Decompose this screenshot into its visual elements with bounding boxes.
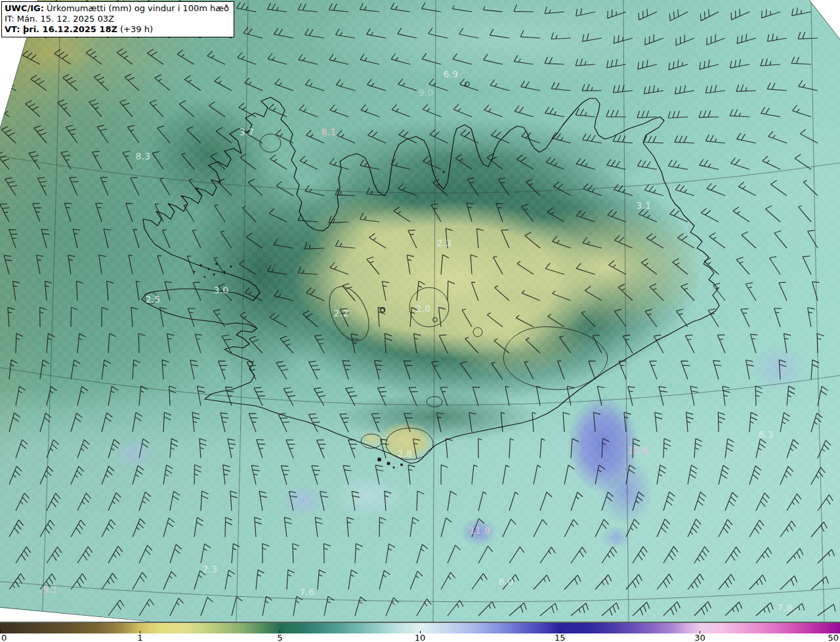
precip-max-label: 7.6 (299, 587, 314, 597)
precip-max-label: 3.1 (636, 200, 651, 211)
colorbar-tick-label: 50 (828, 633, 839, 642)
colorbar-tick-labels: 01510153050 (0, 633, 840, 642)
precip-max-label: 8.0 (498, 576, 513, 587)
colorbar-tick-label: 0 (1, 633, 7, 642)
colorbar-tick-label: 10 (415, 633, 426, 642)
colorbar-tick-label: 5 (277, 633, 282, 642)
precip-max-label: 11.8 (469, 525, 490, 536)
title-box: UWC/IG: Úrkomumætti (mm) og vindur i 100… (1, 1, 234, 37)
weather-map-stage: 6.99.03.78.18.33.12.33.02.52.02.22.813.6… (0, 0, 840, 642)
precip-max-label: 2.0 (415, 303, 430, 314)
precip-max-label: 8.3 (135, 151, 150, 161)
colorbar-tick-label: 30 (694, 633, 705, 642)
colorbar-gradient (0, 622, 840, 633)
precip-max-label: 7.8 (777, 603, 792, 613)
precip-max-label: 9.1 (43, 584, 58, 595)
precip-max-label: 8.1 (321, 127, 336, 137)
precip-max-label: 13.6 (627, 445, 648, 456)
precip-colorbar: 01510153050 (0, 622, 840, 642)
colorbar-tick-label: 15 (555, 633, 566, 642)
islands (194, 171, 445, 468)
iceland-coastline (142, 97, 719, 463)
valid-time-line: VT: þri. 16.12.2025 18Z (+39 h) (5, 24, 229, 35)
precip-max-label: 7.3 (202, 564, 217, 574)
title-line: UWC/IG: Úrkomumætti (mm) og vindur i 100… (5, 3, 229, 14)
calm-wind-circle (433, 318, 437, 322)
colorbar-tick-label: 1 (137, 633, 142, 642)
precip-max-label: 2.8 (397, 448, 412, 459)
precip-max-label: 2.5 (145, 294, 160, 305)
glacier-contours (145, 134, 608, 460)
precip-max-label: 3.7 (239, 127, 254, 137)
init-time-line: IT: Mán. 15. 12. 2025 03Z (5, 14, 229, 24)
precip-max-label: 2.3 (436, 238, 452, 248)
precip-max-label: 9.0 (418, 87, 433, 98)
model-prefix: UWC/IG: (5, 3, 44, 13)
precip-max-label: 6.9 (443, 69, 458, 79)
precip-max-label: 6.3 (758, 429, 773, 440)
precip-max-label: 3.0 (213, 285, 228, 295)
precip-max-label: 2.2 (333, 308, 348, 318)
